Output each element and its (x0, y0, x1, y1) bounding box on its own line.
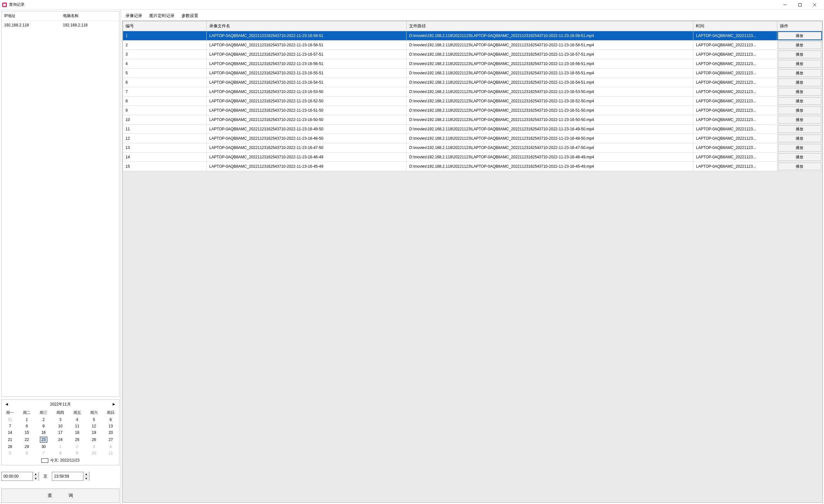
table-row[interactable]: 10LAPTOP-0AQB8AMC_20221123162543710-2022… (123, 115, 822, 124)
calendar-day[interactable]: 7 (35, 450, 52, 457)
play-button[interactable]: 播放 (778, 79, 821, 86)
calendar-day[interactable]: 8 (18, 423, 35, 429)
calendar-day[interactable]: 29 (18, 443, 35, 450)
tab-录像记录[interactable]: 录像记录 (125, 12, 143, 19)
calendar-day[interactable]: 17 (52, 429, 69, 436)
calendar-day[interactable]: 4 (102, 443, 119, 450)
cell-filename: LAPTOP-0AQB8AMC_20221123162543710-2022-1… (207, 87, 407, 97)
pc-header[interactable]: 电脑名称 (61, 11, 119, 21)
calendar-day[interactable]: 21 (2, 436, 18, 443)
table-row[interactable]: 8LAPTOP-0AQB8AMC_20221123162543710-2022-… (123, 97, 822, 106)
table-row[interactable]: 2LAPTOP-0AQB8AMC_20221123162543710-2022-… (123, 40, 822, 50)
calendar-day[interactable]: 1 (52, 443, 69, 450)
minimize-button[interactable] (778, 0, 793, 10)
calendar-title[interactable]: 2022年11月 (50, 402, 71, 407)
calendar-day[interactable]: 13 (102, 423, 119, 429)
table-row[interactable]: 12LAPTOP-0AQB8AMC_20221123162543710-2022… (123, 134, 822, 143)
time-from-up-button[interactable]: ▲ (33, 472, 39, 476)
calendar-day[interactable]: 19 (86, 429, 102, 436)
play-button[interactable]: 播放 (778, 60, 821, 68)
play-button[interactable]: 播放 (778, 32, 821, 39)
calendar-day[interactable]: 5 (86, 416, 102, 423)
calendar-day[interactable]: 4 (69, 416, 86, 423)
calendar-day[interactable]: 12 (86, 423, 102, 429)
query-button[interactable]: 查 询 (1, 489, 119, 503)
time-to-field[interactable]: ▲ ▼ (52, 472, 90, 481)
col-header-filename[interactable]: 录像文件名 (207, 21, 407, 31)
time-to-down-button[interactable]: ▼ (83, 476, 89, 481)
calendar-day[interactable]: 14 (2, 429, 18, 436)
calendar-day[interactable]: 9 (35, 423, 52, 429)
play-button[interactable]: 播放 (778, 153, 821, 161)
table-row[interactable]: 1LAPTOP-0AQB8AMC_20221123162543710-2022-… (123, 31, 822, 40)
tab-图片定时记录[interactable]: 图片定时记录 (149, 12, 175, 19)
ip-list-row[interactable]: 192.168.2.118192.168.2.118 (2, 21, 119, 30)
play-button[interactable]: 播放 (778, 97, 821, 105)
calendar-day[interactable]: 2 (69, 443, 86, 450)
calendar-day[interactable]: 10 (52, 423, 69, 429)
calendar-day[interactable]: 10 (86, 450, 102, 457)
calendar-day[interactable]: 30 (35, 443, 52, 450)
calendar-day[interactable]: 7 (2, 423, 18, 429)
play-button[interactable]: 播放 (778, 163, 821, 170)
play-button[interactable]: 播放 (778, 116, 821, 124)
calendar-day[interactable]: 6 (102, 416, 119, 423)
time-to-up-button[interactable]: ▲ (83, 472, 89, 476)
calendar-day[interactable]: 11 (102, 450, 119, 457)
calendar-day[interactable]: 25 (69, 436, 86, 443)
calendar-day[interactable]: 3 (86, 443, 102, 450)
calendar-prev-button[interactable]: ◀ (4, 402, 10, 406)
calendar-day[interactable]: 28 (2, 443, 18, 450)
calendar-today-label[interactable]: 今天: 2022/11/23 (50, 458, 80, 463)
calendar-day[interactable]: 16 (35, 429, 52, 436)
play-button[interactable]: 播放 (778, 144, 821, 152)
calendar-day[interactable]: 18 (69, 429, 86, 436)
calendar-day[interactable]: 3 (52, 416, 69, 423)
table-row[interactable]: 14LAPTOP-0AQB8AMC_20221123162543710-2022… (123, 153, 822, 162)
close-button[interactable] (807, 0, 822, 10)
time-from-input[interactable] (2, 472, 32, 481)
play-button[interactable]: 播放 (778, 88, 821, 96)
calendar-day[interactable]: 11 (69, 423, 86, 429)
col-header-filepath[interactable]: 文件路径 (407, 21, 693, 31)
table-row[interactable]: 6LAPTOP-0AQB8AMC_20221123162543710-2022-… (123, 78, 822, 87)
calendar-day[interactable]: 23 (35, 436, 52, 443)
tab-参数设置[interactable]: 参数设置 (181, 12, 199, 19)
calendar-day[interactable]: 9 (69, 450, 86, 457)
col-header-operation[interactable]: 操作 (777, 21, 822, 31)
calendar-day[interactable]: 1 (18, 416, 35, 423)
play-button[interactable]: 播放 (778, 69, 821, 77)
table-row[interactable]: 13LAPTOP-0AQB8AMC_20221123162543710-2022… (123, 143, 822, 153)
time-to-input[interactable] (52, 472, 83, 481)
table-row[interactable]: 7LAPTOP-0AQB8AMC_20221123162543710-2022-… (123, 87, 822, 97)
table-row[interactable]: 11LAPTOP-0AQB8AMC_20221123162543710-2022… (123, 124, 822, 134)
calendar-day[interactable]: 31 (2, 416, 18, 423)
time-from-field[interactable]: ▲ ▼ (1, 472, 39, 481)
table-row[interactable]: 9LAPTOP-0AQB8AMC_20221123162543710-2022-… (123, 106, 822, 115)
table-row[interactable]: 3LAPTOP-0AQB8AMC_20221123162543710-2022-… (123, 50, 822, 59)
col-header-time[interactable]: 时间 (693, 21, 777, 31)
table-row[interactable]: 15LAPTOP-0AQB8AMC_20221123162543710-2022… (123, 162, 822, 171)
calendar-day[interactable]: 5 (2, 450, 18, 457)
calendar-next-button[interactable]: ▶ (111, 402, 117, 406)
play-button[interactable]: 播放 (778, 41, 821, 49)
table-row[interactable]: 5LAPTOP-0AQB8AMC_20221123162543710-2022-… (123, 69, 822, 78)
calendar-day[interactable]: 22 (18, 436, 35, 443)
calendar-day[interactable]: 26 (86, 436, 102, 443)
play-button[interactable]: 播放 (778, 107, 821, 114)
play-button[interactable]: 播放 (778, 51, 821, 58)
calendar-day[interactable]: 6 (18, 450, 35, 457)
maximize-button[interactable] (793, 0, 807, 10)
calendar-day[interactable]: 15 (18, 429, 35, 436)
calendar-day[interactable]: 24 (52, 436, 69, 443)
play-button[interactable]: 播放 (778, 134, 821, 142)
calendar-day[interactable]: 27 (102, 436, 119, 443)
calendar-day[interactable]: 2 (35, 416, 52, 423)
calendar-day[interactable]: 8 (52, 450, 69, 457)
table-row[interactable]: 4LAPTOP-0AQB8AMC_20221123162543710-2022-… (123, 59, 822, 69)
time-from-down-button[interactable]: ▼ (33, 476, 39, 481)
calendar-day[interactable]: 20 (102, 429, 119, 436)
play-button[interactable]: 播放 (778, 125, 821, 133)
col-header-index[interactable]: 编号 (123, 21, 207, 31)
ip-header[interactable]: IP地址 (2, 11, 61, 21)
